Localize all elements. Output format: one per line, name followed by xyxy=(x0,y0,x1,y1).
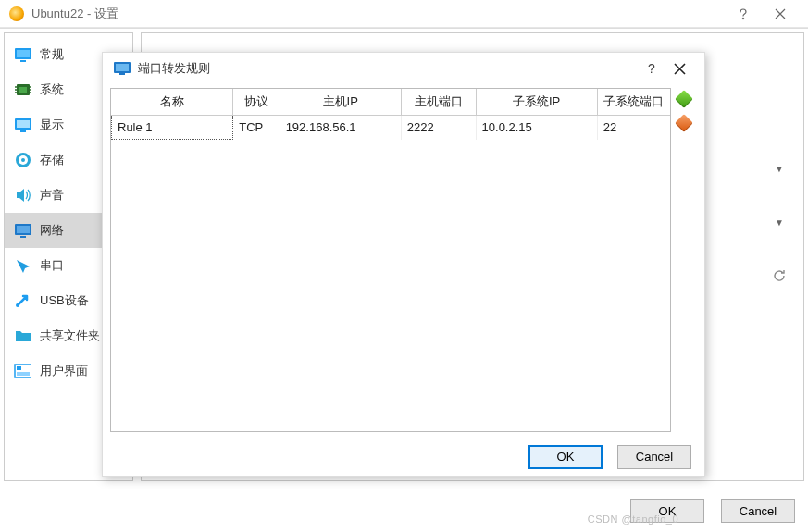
cell-host-ip[interactable]: 192.168.56.1 xyxy=(280,116,401,140)
disk-icon xyxy=(14,152,31,168)
remove-rule-button[interactable] xyxy=(675,114,693,132)
col-host-port[interactable]: 主机端口 xyxy=(401,89,476,116)
svg-rect-7 xyxy=(17,120,30,128)
cell-guest-port[interactable]: 22 xyxy=(597,116,670,140)
plus-icon xyxy=(675,90,693,108)
table-header-row: 名称 协议 主机IP 主机端口 子系统IP 子系统端口 xyxy=(112,89,671,116)
add-rule-button[interactable] xyxy=(675,90,693,108)
cell-guest-ip[interactable]: 10.0.2.15 xyxy=(476,116,597,140)
speaker-icon xyxy=(14,187,31,204)
svg-rect-8 xyxy=(20,130,26,132)
chip-icon xyxy=(14,82,31,97)
layout-icon xyxy=(14,364,31,378)
col-guest-ip[interactable]: 子系统IP xyxy=(476,89,597,116)
svg-rect-3 xyxy=(20,60,26,62)
sidebar-item-label: 共享文件夹 xyxy=(40,328,100,344)
svg-rect-14 xyxy=(20,236,26,238)
svg-rect-21 xyxy=(119,73,125,75)
dialog-footer: OK Cancel xyxy=(103,436,704,476)
cancel-button[interactable]: Cancel xyxy=(721,499,795,523)
cell-protocol[interactable]: TCP xyxy=(233,116,280,140)
col-host-ip[interactable]: 主机IP xyxy=(280,89,401,116)
cell-name[interactable]: Rule 1 xyxy=(112,116,233,140)
window-title: Ubuntu22 - 设置 xyxy=(31,6,118,22)
svg-rect-5 xyxy=(19,87,27,93)
col-guest-port[interactable]: 子系统端口 xyxy=(597,89,670,116)
dialog-body: 名称 协议 主机IP 主机端口 子系统IP 子系统端口 Rule 1 TCP 1… xyxy=(103,84,704,436)
dropdown-arrow[interactable]: ▼ xyxy=(766,161,792,175)
help-button[interactable]: ? xyxy=(638,61,665,76)
svg-rect-13 xyxy=(17,226,30,233)
svg-rect-17 xyxy=(17,366,21,370)
sidebar-item-label: 存储 xyxy=(40,152,64,168)
usb-icon xyxy=(14,292,31,309)
sidebar-item-label: 系统 xyxy=(40,81,64,98)
rules-table[interactable]: 名称 协议 主机IP 主机端口 子系统IP 子系统端口 Rule 1 TCP 1… xyxy=(110,88,671,432)
minus-icon xyxy=(675,114,693,132)
dialog-title: 端口转发规则 xyxy=(138,60,210,77)
dropdown-arrow[interactable]: ▼ xyxy=(766,215,792,229)
dialog-titlebar: 端口转发规则 ? xyxy=(103,53,704,84)
sidebar-item-label: 显示 xyxy=(40,117,64,133)
svg-point-15 xyxy=(16,303,19,307)
table-row[interactable]: Rule 1 TCP 192.168.56.1 2222 10.0.2.15 2… xyxy=(112,116,671,140)
svg-point-0 xyxy=(742,18,744,19)
sidebar-item-label: 常规 xyxy=(40,46,64,63)
svg-rect-20 xyxy=(116,64,129,71)
table-toolbar xyxy=(675,88,697,432)
refresh-button[interactable] xyxy=(766,268,792,286)
serial-port-icon xyxy=(14,257,31,274)
cell-host-port[interactable]: 2222 xyxy=(401,116,476,140)
col-protocol[interactable]: 协议 xyxy=(233,89,280,116)
network-icon xyxy=(14,223,31,238)
network-icon xyxy=(114,62,131,75)
sidebar-item-label: 串口 xyxy=(40,257,64,274)
ok-button[interactable]: OK xyxy=(528,445,603,469)
svg-rect-2 xyxy=(17,50,30,57)
close-button[interactable] xyxy=(665,63,693,75)
display-icon xyxy=(14,118,31,132)
svg-rect-18 xyxy=(17,372,30,376)
svg-point-11 xyxy=(21,158,25,162)
col-name[interactable]: 名称 xyxy=(112,89,233,116)
sidebar-item-label: 网络 xyxy=(40,222,64,239)
folder-icon xyxy=(14,328,31,343)
close-button[interactable] xyxy=(762,1,799,27)
main-window-titlebar: Ubuntu22 - 设置 xyxy=(0,0,808,28)
help-button[interactable] xyxy=(725,1,762,27)
monitor-icon xyxy=(14,47,31,62)
watermark-text: CSDN @tangfio_0 xyxy=(588,513,678,525)
cancel-button[interactable]: Cancel xyxy=(617,445,691,469)
sidebar-item-label: USB设备 xyxy=(40,292,89,309)
port-forwarding-dialog: 端口转发规则 ? 名称 协议 主机IP 主机端口 子系统IP 子系统端口 xyxy=(102,52,705,477)
sidebar-item-label: 用户界面 xyxy=(40,363,88,379)
virtualbox-icon xyxy=(9,6,24,21)
sidebar-item-label: 声音 xyxy=(40,187,64,204)
